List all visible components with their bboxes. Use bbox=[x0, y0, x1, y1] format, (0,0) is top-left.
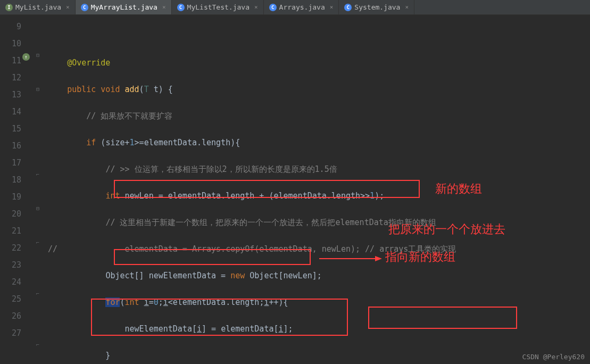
fold-end-icon[interactable]: ⌐ bbox=[36, 171, 39, 177]
close-icon[interactable]: × bbox=[66, 4, 70, 11]
fold-expand-icon[interactable]: ⊟ bbox=[36, 52, 39, 58]
code-editor[interactable]: 9 10 11 12 13 14 15 16 17 18 19 20 21 22… bbox=[0, 15, 590, 364]
close-icon[interactable]: × bbox=[162, 4, 166, 11]
close-icon[interactable]: × bbox=[330, 4, 334, 11]
override-icon[interactable] bbox=[22, 53, 30, 61]
tab-arrays[interactable]: C Arrays.java × bbox=[264, 0, 339, 14]
tab-mylisttest[interactable]: C MyListTest.java × bbox=[172, 0, 264, 14]
fold-end-icon[interactable]: ⌐ bbox=[36, 291, 39, 296]
watermark: CSDN @Perley620 bbox=[522, 353, 585, 361]
class-icon: C bbox=[177, 4, 185, 11]
fold-expand-icon[interactable]: ⊟ bbox=[36, 205, 39, 211]
line-numbers: 9 10 11 12 13 14 15 16 17 18 19 20 21 22… bbox=[0, 15, 32, 364]
code-content[interactable]: @Override public void add(T t) { // 如果放不… bbox=[48, 15, 590, 364]
close-icon[interactable]: × bbox=[405, 4, 409, 11]
annotation: @Override bbox=[67, 58, 110, 68]
class-icon: C bbox=[269, 4, 277, 11]
class-icon: C bbox=[81, 4, 88, 11]
tab-label: MyArrayList.java bbox=[91, 3, 157, 11]
tab-system[interactable]: C System.java × bbox=[339, 0, 414, 14]
tab-myarraylist[interactable]: C MyArrayList.java × bbox=[76, 0, 172, 14]
interface-icon: I bbox=[5, 4, 13, 11]
fold-expand-icon[interactable]: ⊟ bbox=[36, 86, 39, 92]
tab-label: MyListTest.java bbox=[187, 3, 250, 11]
tab-label: Arrays.java bbox=[279, 3, 325, 11]
fold-gutter: ⊟ ⊟ ⌐ ⊟ ⌐ ⌐ ⌐ bbox=[32, 15, 48, 364]
close-icon[interactable]: × bbox=[254, 4, 258, 11]
tab-label: System.java bbox=[354, 3, 400, 11]
class-icon: C bbox=[344, 4, 352, 11]
fold-end-icon[interactable]: ⌐ bbox=[36, 239, 39, 245]
fold-end-icon[interactable]: ⌐ bbox=[36, 342, 39, 348]
editor-tabs: I MyList.java × C MyArrayList.java × C M… bbox=[0, 0, 590, 15]
tab-mylist[interactable]: I MyList.java × bbox=[0, 0, 76, 14]
tab-label: MyList.java bbox=[15, 3, 61, 11]
